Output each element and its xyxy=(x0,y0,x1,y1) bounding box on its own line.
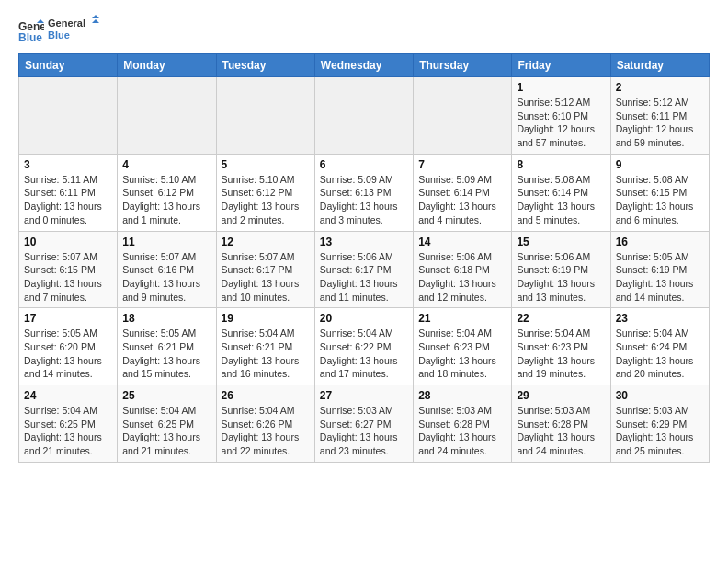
day-info: Sunrise: 5:04 AM Sunset: 6:25 PM Dayligh… xyxy=(122,404,210,458)
svg-marker-5 xyxy=(92,15,99,18)
day-info: Sunrise: 5:04 AM Sunset: 6:24 PM Dayligh… xyxy=(616,327,704,381)
day-number: 30 xyxy=(616,389,704,402)
svg-text:Blue: Blue xyxy=(18,31,42,43)
calendar-cell: 4Sunrise: 5:10 AM Sunset: 6:12 PM Daylig… xyxy=(118,154,216,231)
day-header-tuesday: Tuesday xyxy=(216,54,314,77)
day-info: Sunrise: 5:09 AM Sunset: 6:14 PM Dayligh… xyxy=(418,173,506,227)
calendar-week-2: 3Sunrise: 5:11 AM Sunset: 6:11 PM Daylig… xyxy=(19,154,710,231)
calendar-week-5: 24Sunrise: 5:04 AM Sunset: 6:25 PM Dayli… xyxy=(19,385,710,463)
day-number: 9 xyxy=(616,158,704,171)
day-number: 14 xyxy=(418,236,506,248)
day-number: 18 xyxy=(122,312,210,325)
day-number: 22 xyxy=(517,312,605,325)
calendar-cell: 3Sunrise: 5:11 AM Sunset: 6:11 PM Daylig… xyxy=(19,154,118,231)
day-header-thursday: Thursday xyxy=(414,54,512,77)
calendar-cell xyxy=(414,77,512,155)
calendar-cell: 13Sunrise: 5:06 AM Sunset: 6:17 PM Dayli… xyxy=(314,231,413,308)
day-info: Sunrise: 5:03 AM Sunset: 6:28 PM Dayligh… xyxy=(418,404,506,458)
day-number: 10 xyxy=(24,236,112,248)
calendar-cell: 23Sunrise: 5:04 AM Sunset: 6:24 PM Dayli… xyxy=(610,308,709,385)
day-number: 27 xyxy=(320,389,408,402)
calendar-cell: 19Sunrise: 5:04 AM Sunset: 6:21 PM Dayli… xyxy=(216,308,314,385)
calendar-cell xyxy=(314,77,413,155)
day-info: Sunrise: 5:11 AM Sunset: 6:11 PM Dayligh… xyxy=(24,173,112,227)
day-info: Sunrise: 5:05 AM Sunset: 6:21 PM Dayligh… xyxy=(122,327,210,381)
calendar-cell: 9Sunrise: 5:08 AM Sunset: 6:15 PM Daylig… xyxy=(610,154,709,231)
calendar-table: SundayMondayTuesdayWednesdayThursdayFrid… xyxy=(18,53,710,463)
day-number: 7 xyxy=(418,158,506,171)
day-info: Sunrise: 5:07 AM Sunset: 6:15 PM Dayligh… xyxy=(24,250,112,304)
calendar-cell: 21Sunrise: 5:04 AM Sunset: 6:23 PM Dayli… xyxy=(414,308,512,385)
calendar-cell: 28Sunrise: 5:03 AM Sunset: 6:28 PM Dayli… xyxy=(414,385,512,463)
calendar-cell: 17Sunrise: 5:05 AM Sunset: 6:20 PM Dayli… xyxy=(19,308,118,385)
calendar-cell: 26Sunrise: 5:04 AM Sunset: 6:26 PM Dayli… xyxy=(216,385,314,463)
day-number: 16 xyxy=(616,236,704,248)
day-info: Sunrise: 5:04 AM Sunset: 6:26 PM Dayligh… xyxy=(222,404,310,458)
calendar-cell: 2Sunrise: 5:12 AM Sunset: 6:11 PM Daylig… xyxy=(610,77,709,155)
svg-text:Blue: Blue xyxy=(48,29,70,40)
day-header-saturday: Saturday xyxy=(610,54,709,77)
day-header-monday: Monday xyxy=(118,54,216,77)
calendar-cell: 25Sunrise: 5:04 AM Sunset: 6:25 PM Dayli… xyxy=(118,385,216,463)
day-header-sunday: Sunday xyxy=(19,54,118,77)
calendar-cell: 30Sunrise: 5:03 AM Sunset: 6:29 PM Dayli… xyxy=(610,385,709,463)
calendar-cell: 6Sunrise: 5:09 AM Sunset: 6:13 PM Daylig… xyxy=(314,154,413,231)
day-number: 5 xyxy=(222,158,310,171)
calendar-cell: 24Sunrise: 5:04 AM Sunset: 6:25 PM Dayli… xyxy=(19,385,118,463)
day-info: Sunrise: 5:10 AM Sunset: 6:12 PM Dayligh… xyxy=(222,173,310,227)
calendar-cell xyxy=(19,77,118,155)
day-number: 12 xyxy=(222,236,310,248)
calendar-cell: 5Sunrise: 5:10 AM Sunset: 6:12 PM Daylig… xyxy=(216,154,314,231)
calendar-week-3: 10Sunrise: 5:07 AM Sunset: 6:15 PM Dayli… xyxy=(19,231,710,308)
day-info: Sunrise: 5:03 AM Sunset: 6:28 PM Dayligh… xyxy=(517,404,605,458)
day-number: 28 xyxy=(418,389,506,402)
day-info: Sunrise: 5:06 AM Sunset: 6:18 PM Dayligh… xyxy=(418,250,506,304)
day-info: Sunrise: 5:12 AM Sunset: 6:10 PM Dayligh… xyxy=(517,96,605,150)
calendar-week-4: 17Sunrise: 5:05 AM Sunset: 6:20 PM Dayli… xyxy=(19,308,710,385)
day-number: 25 xyxy=(122,389,210,402)
calendar-cell: 7Sunrise: 5:09 AM Sunset: 6:14 PM Daylig… xyxy=(414,154,512,231)
calendar-cell: 10Sunrise: 5:07 AM Sunset: 6:15 PM Dayli… xyxy=(19,231,118,308)
day-number: 26 xyxy=(222,389,310,402)
day-info: Sunrise: 5:04 AM Sunset: 6:23 PM Dayligh… xyxy=(517,327,605,381)
logo-graphic: General Blue xyxy=(48,15,99,42)
day-number: 2 xyxy=(616,81,704,94)
calendar-cell: 1Sunrise: 5:12 AM Sunset: 6:10 PM Daylig… xyxy=(512,77,610,155)
calendar-cell: 11Sunrise: 5:07 AM Sunset: 6:16 PM Dayli… xyxy=(118,231,216,308)
day-number: 24 xyxy=(24,389,112,402)
svg-text:General: General xyxy=(48,17,85,29)
day-number: 19 xyxy=(222,312,310,325)
day-number: 1 xyxy=(517,81,605,94)
day-info: Sunrise: 5:05 AM Sunset: 6:20 PM Dayligh… xyxy=(24,327,112,381)
calendar-header-row: SundayMondayTuesdayWednesdayThursdayFrid… xyxy=(19,54,710,77)
day-info: Sunrise: 5:04 AM Sunset: 6:23 PM Dayligh… xyxy=(418,327,506,381)
day-number: 15 xyxy=(517,236,605,248)
calendar-cell: 15Sunrise: 5:06 AM Sunset: 6:19 PM Dayli… xyxy=(512,231,610,308)
svg-marker-6 xyxy=(92,19,99,23)
day-info: Sunrise: 5:06 AM Sunset: 6:17 PM Dayligh… xyxy=(320,250,408,304)
day-number: 11 xyxy=(122,236,210,248)
day-info: Sunrise: 5:03 AM Sunset: 6:29 PM Dayligh… xyxy=(616,404,704,458)
day-header-friday: Friday xyxy=(512,54,610,77)
day-number: 13 xyxy=(320,236,408,248)
day-number: 4 xyxy=(122,158,210,171)
day-info: Sunrise: 5:04 AM Sunset: 6:25 PM Dayligh… xyxy=(24,404,112,458)
calendar-cell: 16Sunrise: 5:05 AM Sunset: 6:19 PM Dayli… xyxy=(610,231,709,308)
calendar-cell: 12Sunrise: 5:07 AM Sunset: 6:17 PM Dayli… xyxy=(216,231,314,308)
calendar-cell xyxy=(118,77,216,155)
day-number: 23 xyxy=(616,312,704,325)
day-info: Sunrise: 5:12 AM Sunset: 6:11 PM Dayligh… xyxy=(616,96,704,150)
header: General Blue General Blue xyxy=(18,15,710,46)
day-info: Sunrise: 5:04 AM Sunset: 6:21 PM Dayligh… xyxy=(222,327,310,381)
day-info: Sunrise: 5:05 AM Sunset: 6:19 PM Dayligh… xyxy=(616,250,704,304)
day-info: Sunrise: 5:08 AM Sunset: 6:14 PM Dayligh… xyxy=(517,173,605,227)
day-info: Sunrise: 5:07 AM Sunset: 6:17 PM Dayligh… xyxy=(222,250,310,304)
calendar-week-1: 1Sunrise: 5:12 AM Sunset: 6:10 PM Daylig… xyxy=(19,77,710,155)
day-info: Sunrise: 5:03 AM Sunset: 6:27 PM Dayligh… xyxy=(320,404,408,458)
calendar-cell: 14Sunrise: 5:06 AM Sunset: 6:18 PM Dayli… xyxy=(414,231,512,308)
day-number: 17 xyxy=(24,312,112,325)
day-info: Sunrise: 5:04 AM Sunset: 6:22 PM Dayligh… xyxy=(320,327,408,381)
calendar-cell: 20Sunrise: 5:04 AM Sunset: 6:22 PM Dayli… xyxy=(314,308,413,385)
day-number: 21 xyxy=(418,312,506,325)
calendar-body: 1Sunrise: 5:12 AM Sunset: 6:10 PM Daylig… xyxy=(19,77,710,463)
